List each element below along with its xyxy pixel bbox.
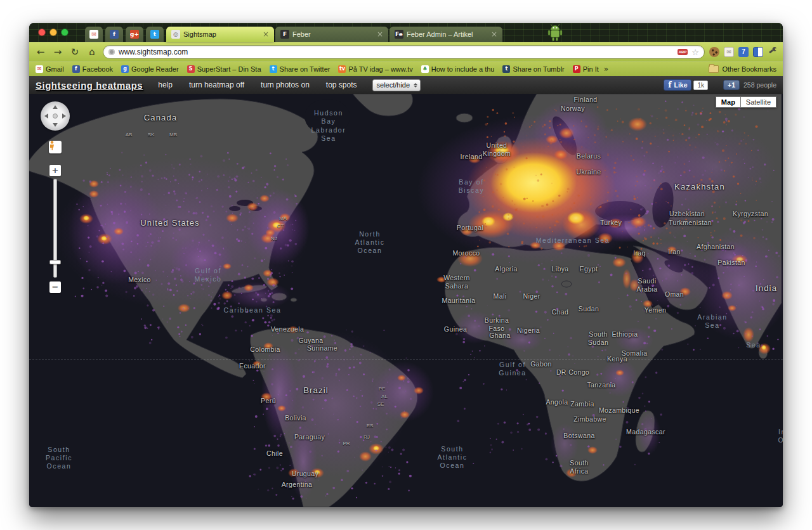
pinned-tab-gmail[interactable]: ✉ xyxy=(85,27,103,42)
back-button[interactable]: ← xyxy=(34,48,47,57)
tab-feber-admin[interactable]: FeFeber Admin – Artikel× xyxy=(390,27,502,42)
tab-feber[interactable]: FFeber× xyxy=(275,27,388,42)
other-bookmarks-button[interactable]: Other Bookmarks xyxy=(709,65,776,73)
bookmark-item[interactable]: SSuperStart – Din Sta xyxy=(187,65,261,73)
pan-down-icon[interactable] xyxy=(53,123,58,127)
bookmark-label: Gmail xyxy=(46,65,64,73)
select-value: select/hide xyxy=(377,81,410,89)
delicious-extension-icon[interactable] xyxy=(753,47,763,57)
satellite-view-button[interactable]: Satellite xyxy=(741,96,776,108)
bookmarks-items: ✉GmailfFacebookgGoogle ReaderSSuperStart… xyxy=(36,65,599,73)
page-icon xyxy=(108,49,115,55)
window-controls xyxy=(38,29,69,36)
map-type-control: Map Satellite xyxy=(716,96,776,108)
bookmark-item[interactable]: tShare on Tumblr xyxy=(502,65,564,73)
zoom-in-button[interactable]: + xyxy=(49,165,61,176)
sightsmap-favicon-icon: ◎ xyxy=(171,30,180,39)
gmail-icon: ✉ xyxy=(89,30,98,39)
reload-button[interactable]: ↻ xyxy=(69,48,81,57)
pan-left-icon[interactable] xyxy=(44,113,48,119)
pan-up-icon[interactable] xyxy=(53,105,58,109)
tab-row: ✉fg+t◎Sightsmap×FFeber×FeFeber Admin – A… xyxy=(29,27,783,42)
folder-icon xyxy=(709,65,719,73)
tab-close-icon[interactable]: × xyxy=(491,30,497,39)
tab-close-icon[interactable]: × xyxy=(263,30,269,39)
tab-sightsmap[interactable]: ◎Sightsmap× xyxy=(166,27,274,42)
street-view-pegman[interactable] xyxy=(49,141,62,153)
bookmark-item[interactable]: PPin It xyxy=(573,65,599,73)
tab-title: Feber Admin – Artikel xyxy=(407,30,488,38)
bookmark-favicon-icon: t xyxy=(502,65,510,73)
bookmark-favicon-icon: S xyxy=(187,65,195,73)
bookmark-favicon-icon: f xyxy=(72,65,80,73)
bookmark-label: How to include a thu xyxy=(431,65,495,73)
select-hide-dropdown[interactable]: select/hide xyxy=(372,79,421,91)
address-bar[interactable]: www.sightsmap.com ABP ☆ xyxy=(103,45,705,59)
adblock-icon[interactable]: ABP xyxy=(678,49,688,55)
other-bookmarks-label: Other Bookmarks xyxy=(722,65,776,73)
facebook-like-button[interactable]: f Like xyxy=(664,79,691,91)
pinned-tab-google-plus[interactable]: g+ xyxy=(126,27,143,42)
menu-help[interactable]: help xyxy=(158,81,173,89)
nav-toolbar: ← → ↻ ⌂ www.sightsmap.com ABP ☆ ✉ 7 xyxy=(29,42,783,61)
site-logo[interactable]: Sightseeing heatmaps xyxy=(36,80,143,91)
counter-extension-icon[interactable]: 7 xyxy=(738,47,749,57)
minimize-window-button[interactable] xyxy=(49,29,57,36)
mail-extension-icon[interactable]: ✉ xyxy=(724,47,734,57)
google-plus-one-widget: +1 258 people xyxy=(723,80,776,90)
pan-control[interactable] xyxy=(41,101,70,131)
graticule-line xyxy=(29,359,783,359)
bookmark-favicon-icon: ✉ xyxy=(36,65,43,73)
bookmarks-overflow-chevron[interactable]: » xyxy=(604,65,608,74)
bookmark-label: Google Reader xyxy=(131,65,179,73)
forward-button[interactable]: → xyxy=(51,48,64,57)
bookmark-item[interactable]: gGoogle Reader xyxy=(121,65,179,73)
pan-right-icon[interactable] xyxy=(62,113,66,119)
bookmarks-bar: ✉GmailfFacebookgGoogle ReaderSSuperStart… xyxy=(29,61,783,76)
bookmark-item[interactable]: tvPå TV idag – www.tv xyxy=(338,65,412,73)
url-text: www.sightsmap.com xyxy=(119,48,188,56)
bookmark-favicon-icon: ♣ xyxy=(421,65,429,73)
pinned-tab-twitter[interactable]: t xyxy=(146,27,164,42)
bookmark-label: Pin It xyxy=(583,65,599,73)
menu-top-spots[interactable]: top spots xyxy=(326,81,357,89)
pan-center-icon[interactable] xyxy=(53,113,58,119)
bookmark-item[interactable]: ✉Gmail xyxy=(36,65,64,73)
tab-title: Sightsmap xyxy=(183,30,259,38)
zoom-out-button[interactable]: − xyxy=(49,281,61,293)
bookmark-item[interactable]: tShare on Twitter xyxy=(270,65,331,73)
select-arrows-icon xyxy=(414,83,417,87)
plus-one-button[interactable]: +1 xyxy=(723,80,740,90)
zoom-window-button[interactable] xyxy=(61,29,69,36)
menu-turn-photos-on[interactable]: turn photos on xyxy=(261,81,310,89)
tab-close-icon[interactable]: × xyxy=(377,30,383,39)
pinned-tab-facebook[interactable]: f xyxy=(105,27,123,42)
facebook-f-icon: f xyxy=(668,81,671,89)
like-label: Like xyxy=(674,81,687,89)
bookmark-label: Share on Twitter xyxy=(280,65,331,73)
bookmark-star-icon[interactable]: ☆ xyxy=(691,48,699,57)
close-window-button[interactable] xyxy=(38,29,46,36)
map-view-button[interactable]: Map xyxy=(716,96,741,108)
bookmark-label: Facebook xyxy=(82,65,113,73)
home-button[interactable]: ⌂ xyxy=(86,48,98,57)
bookmark-label: Share on Tumblr xyxy=(513,65,564,73)
browser-window: ✉fg+t◎Sightsmap×FFeber×FeFeber Admin – A… xyxy=(29,23,783,507)
feber-favicon-icon: F xyxy=(280,30,289,39)
menu-turn-heatmap-off[interactable]: turn heatmap off xyxy=(189,81,244,89)
bookmark-favicon-icon: P xyxy=(573,65,580,73)
zoom-slider-thumb[interactable] xyxy=(49,260,61,264)
bookmark-favicon-icon: g xyxy=(121,65,129,73)
tab-strip: ✉fg+t◎Sightsmap×FFeber×FeFeber Admin – A… xyxy=(29,23,783,42)
bookmark-label: SuperStart – Din Sta xyxy=(197,65,261,73)
facebook-like-widget: f Like 1k xyxy=(664,79,708,91)
bookmark-item[interactable]: ♣How to include a thu xyxy=(421,65,495,73)
twitter-icon: t xyxy=(150,30,159,39)
google-plus-icon: g+ xyxy=(130,30,139,39)
feber-admin-favicon-icon: Fe xyxy=(395,30,403,39)
cookie-extension-icon[interactable] xyxy=(709,47,719,57)
bookmark-item[interactable]: fFacebook xyxy=(72,65,113,73)
map-canvas[interactable]: CanadaUnited StatesBrazilKazakhstanIndia… xyxy=(29,94,783,507)
bookmark-label: På TV idag – www.tv xyxy=(348,65,412,73)
wrench-icon[interactable] xyxy=(768,46,778,58)
